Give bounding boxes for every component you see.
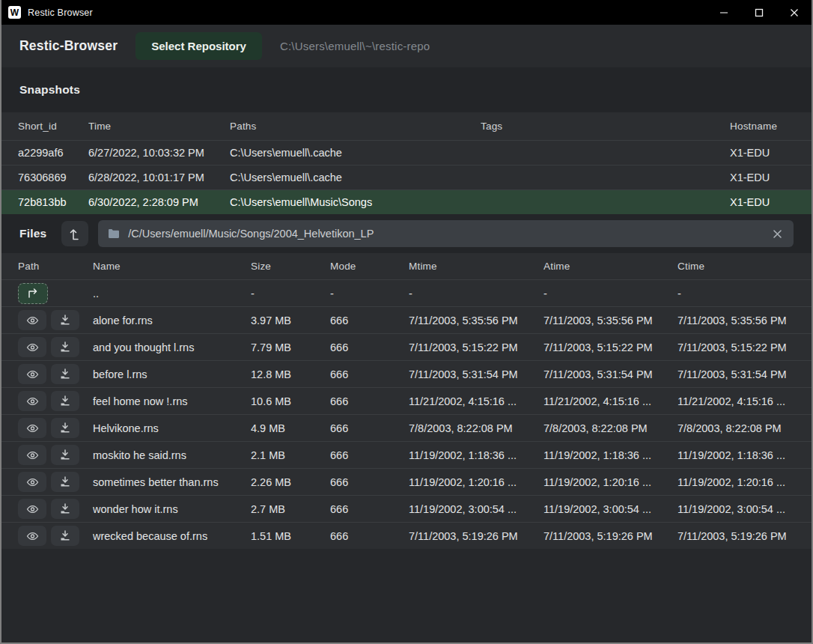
maximize-button[interactable]	[741, 0, 776, 25]
file-mode: 666	[330, 368, 409, 380]
download-button[interactable]	[51, 391, 79, 411]
up-level-button[interactable]	[61, 221, 88, 246]
eye-icon	[26, 477, 39, 487]
preview-button[interactable]	[18, 499, 46, 519]
snapshot-paths: C:\Users\emuell\.cache	[230, 171, 481, 183]
column-header-hostname: Hostname	[730, 121, 812, 132]
current-path-text: /C/Users/emuell/Music/Songs/2004_Helveti…	[128, 228, 763, 240]
file-ctime: 11/21/2002, 4:15:16 ...	[678, 395, 812, 407]
preview-button[interactable]	[18, 472, 46, 492]
close-button[interactable]	[776, 0, 812, 25]
file-atime: 7/11/2003, 5:15:22 PM	[543, 341, 678, 353]
column-header-path: Path	[18, 261, 93, 272]
snapshot-row[interactable]: a2299af6 6/27/2022, 10:03:32 PM C:\Users…	[1, 140, 812, 165]
file-mode: 666	[330, 422, 409, 434]
minimize-button[interactable]	[706, 0, 741, 25]
download-button[interactable]	[51, 310, 79, 330]
download-button[interactable]	[51, 472, 79, 492]
file-size: 2.7 MB	[251, 503, 330, 515]
snapshots-table-body: a2299af6 6/27/2022, 10:03:32 PM C:\Users…	[1, 140, 812, 214]
file-atime: 11/21/2002, 4:15:16 ...	[543, 395, 678, 407]
file-name: wrecked because of.rns	[93, 530, 251, 542]
preview-button[interactable]	[18, 364, 46, 384]
file-ctime: 7/11/2003, 5:15:22 PM	[678, 341, 812, 353]
snapshot-short-id: a2299af6	[18, 147, 88, 159]
files-section-header: Files /C/Users/emuell/Music/Songs/2004_H…	[1, 214, 812, 253]
file-size: 1.51 MB	[251, 530, 330, 542]
eye-icon	[26, 315, 39, 326]
download-button[interactable]	[51, 445, 79, 465]
clear-path-button[interactable]	[771, 228, 784, 240]
snapshots-section-header: Snapshots	[1, 67, 812, 112]
empty-area	[1, 549, 812, 643]
file-row: sometimes better than.rns 2.26 MB 666 11…	[1, 468, 812, 495]
app-logo-icon: W	[8, 6, 21, 19]
file-mode: -	[330, 288, 409, 300]
column-header-mtime: Mtime	[409, 261, 543, 272]
file-mtime: 7/11/2003, 5:15:22 PM	[409, 341, 543, 353]
download-button[interactable]	[51, 337, 79, 357]
up-level-icon	[69, 227, 82, 241]
column-header-short-id: Short_id	[18, 121, 88, 132]
snapshot-time: 6/30/2022, 2:28:09 PM	[88, 196, 230, 208]
file-row: and you thought l.rns 7.79 MB 666 7/11/2…	[1, 333, 812, 360]
snapshot-row[interactable]: 72b813bb 6/30/2022, 2:28:09 PM C:\Users\…	[1, 189, 812, 214]
file-atime: 7/11/2003, 5:19:26 PM	[543, 530, 678, 542]
file-mtime: 11/21/2002, 4:15:16 ...	[409, 395, 543, 407]
eye-icon	[26, 342, 39, 353]
snapshot-row[interactable]: 76306869 6/28/2022, 10:01:17 PM C:\Users…	[1, 165, 812, 189]
download-icon	[59, 341, 71, 353]
file-row: alone for.rns 3.97 MB 666 7/11/2003, 5:3…	[1, 306, 812, 333]
preview-button[interactable]	[18, 337, 46, 357]
current-path-input[interactable]: /C/Users/emuell/Music/Songs/2004_Helveti…	[98, 220, 794, 247]
column-header-tags: Tags	[481, 121, 730, 132]
file-row: wonder how it.rns 2.7 MB 666 11/19/2002,…	[1, 495, 812, 522]
download-button[interactable]	[51, 526, 79, 546]
file-mode: 666	[330, 530, 409, 542]
eye-icon	[26, 369, 39, 380]
download-button[interactable]	[51, 364, 79, 384]
file-name: wonder how it.rns	[93, 503, 251, 515]
app-window: W Restic Browser Restic-Browser Select R…	[0, 0, 813, 644]
preview-button[interactable]	[18, 418, 46, 438]
app-header: Restic-Browser Select Repository C:\User…	[1, 25, 812, 67]
file-name: sometimes better than.rns	[93, 476, 251, 488]
file-name: Helvikone.rns	[93, 422, 251, 434]
download-icon	[59, 422, 71, 434]
repository-path: C:\Users\emuell\~\restic-repo	[280, 40, 430, 52]
download-button[interactable]	[51, 418, 79, 438]
file-atime: 7/11/2003, 5:31:54 PM	[543, 368, 678, 380]
snapshots-heading: Snapshots	[19, 83, 80, 97]
snapshot-hostname: X1-EDU	[730, 147, 812, 159]
select-repository-button[interactable]: Select Repository	[136, 32, 262, 60]
file-mtime: 7/8/2003, 8:22:08 PM	[409, 422, 543, 434]
files-heading: Files	[19, 227, 46, 240]
file-ctime: 11/19/2002, 1:18:36 ...	[678, 449, 812, 461]
go-parent-button[interactable]	[18, 283, 48, 304]
file-mode: 666	[330, 341, 409, 353]
file-size: 7.79 MB	[251, 341, 330, 353]
files-table-body: alone for.rns 3.97 MB 666 7/11/2003, 5:3…	[1, 306, 812, 549]
preview-button[interactable]	[18, 445, 46, 465]
download-button[interactable]	[51, 499, 79, 519]
preview-button[interactable]	[18, 391, 46, 411]
title-bar[interactable]: W Restic Browser	[1, 0, 812, 25]
file-mtime: -	[409, 288, 543, 300]
file-mtime: 11/19/2002, 1:20:16 ...	[409, 476, 543, 488]
preview-button[interactable]	[18, 526, 46, 546]
column-header-atime: Atime	[543, 261, 678, 272]
parent-directory-row[interactable]: .. - - - - -	[1, 279, 812, 306]
window-title: Restic Browser	[28, 7, 93, 18]
file-row: Helvikone.rns 4.9 MB 666 7/8/2003, 8:22:…	[1, 414, 812, 441]
preview-button[interactable]	[18, 310, 46, 330]
file-size: -	[251, 288, 330, 300]
go-parent-icon	[26, 288, 40, 299]
file-ctime: 11/19/2002, 1:20:16 ...	[678, 476, 812, 488]
clear-icon	[773, 229, 782, 239]
column-header-paths: Paths	[230, 121, 481, 132]
file-size: 10.6 MB	[251, 395, 330, 407]
file-atime: 7/11/2003, 5:35:56 PM	[543, 315, 678, 326]
file-name: ..	[93, 288, 251, 300]
eye-icon	[26, 531, 39, 541]
close-icon	[790, 8, 799, 17]
